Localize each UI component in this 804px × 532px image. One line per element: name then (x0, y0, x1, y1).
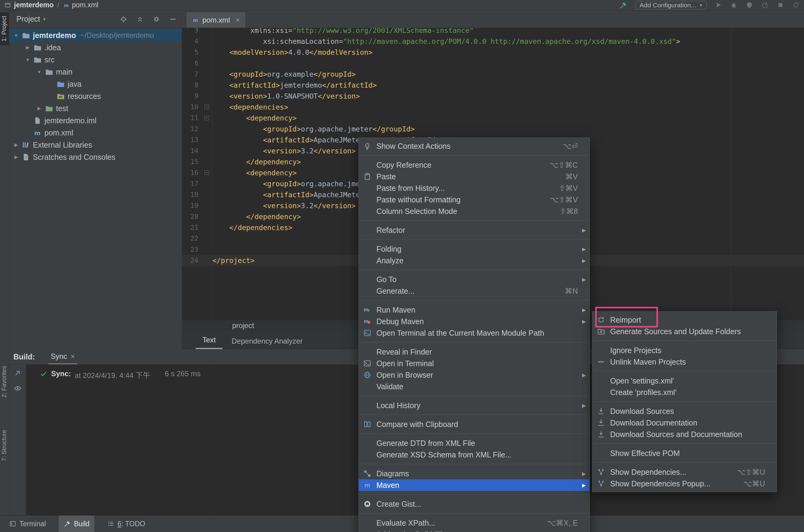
navigate-icon[interactable] (13, 369, 22, 377)
menu-item-reimport[interactable]: Reimport (593, 314, 777, 326)
menu-item-show-dependencies-popup[interactable]: Show Dependencies Popup...⌥⌘U (593, 478, 777, 489)
tree-item-test[interactable]: ▶test (9, 102, 182, 114)
menu-item-generate-sources-and-update-folders[interactable]: Generate Sources and Update Folders (593, 326, 777, 337)
build-status-duration: 6 s 265 ms (165, 369, 200, 378)
chevron-right-icon[interactable]: ▶ (12, 142, 21, 148)
menu-item-folding[interactable]: Folding▶ (359, 243, 590, 255)
menu-icon-placeholder (363, 401, 377, 410)
menu-item-refactor[interactable]: Refactor▶ (359, 224, 590, 236)
statusbar-item-todo[interactable]: 6: TODO (105, 516, 148, 532)
menu-item-open-terminal-at-the-current-maven-module-path[interactable]: Open Terminal at the Current Maven Modul… (359, 327, 590, 339)
chevron-right-icon[interactable]: ▶ (12, 154, 21, 160)
fold-marker-icon[interactable] (205, 170, 209, 175)
stripe-button-project[interactable]: 1: Project (0, 12, 9, 45)
tree-item-jemterdemo-iml[interactable]: jemterdemo.iml (9, 114, 182, 127)
project-tree[interactable]: ▼jemterdemo~/Desktop/jemterdemo▶.idea▼sr… (9, 28, 182, 163)
chevron-right-icon[interactable]: ▶ (35, 106, 44, 111)
menu-item-diagrams[interactable]: Diagrams▶ (359, 468, 590, 479)
chevron-down-icon: ▾ (700, 2, 702, 8)
menu-item-copy-reference[interactable]: Copy Reference⌥⇧⌘C (359, 159, 590, 171)
submenu-arrow-icon: ▶ (578, 227, 586, 233)
project-panel-title[interactable]: Project (16, 15, 40, 23)
menu-item-paste-without-formatting[interactable]: Paste without Formatting⌥⇧⌘V (359, 194, 590, 205)
submenu-arrow-icon: ▶ (578, 403, 586, 408)
menu-item-debug-maven[interactable]: mDebug Maven▶ (359, 316, 590, 327)
coverage-icon[interactable] (746, 1, 753, 9)
menu-item-show-context-actions[interactable]: Show Context Actions⌥⏎ (359, 140, 590, 152)
tree-item-pom-xml[interactable]: mpom.xml (9, 127, 182, 139)
menu-item-download-documentation[interactable]: Download Documentation (593, 417, 777, 429)
gear-icon[interactable] (152, 15, 160, 23)
menu-item-go-to[interactable]: Go To▶ (359, 273, 590, 285)
tab-sync[interactable]: Sync × (49, 349, 77, 364)
menu-item-generate[interactable]: Generate...⌘N (359, 285, 590, 297)
menu-item-generate-xsd-schema-from-xml-file[interactable]: Generate XSD Schema from XML File... (359, 449, 590, 460)
tree-item-main[interactable]: ▼main (9, 66, 182, 78)
chevron-down-icon[interactable]: ▾ (43, 16, 46, 22)
menu-item-show-dependencies[interactable]: Show Dependencies...⌥⇧⌘U (593, 466, 777, 478)
eye-icon[interactable] (13, 384, 22, 393)
fold-marker-icon[interactable] (205, 105, 209, 109)
menu-item-column-selection-mode[interactable]: Column Selection Mode⇧⌘8 (359, 205, 590, 217)
code-line: 5 <modelVersion>4.0.0</modelVersion> (182, 47, 804, 58)
menu-item-create-profiles-xml[interactable]: Create 'profiles.xml' (593, 386, 777, 398)
menu-item-shortcut: ⌘V (565, 172, 578, 181)
menu-item-paste[interactable]: Paste⌘V (359, 171, 590, 182)
tree-item-external-libraries[interactable]: ▶External Libraries (9, 139, 182, 151)
breadcrumb-item-project[interactable]: project (232, 321, 254, 330)
menu-item-local-history[interactable]: Local History▶ (359, 400, 590, 411)
menu-item-open-settings-xml[interactable]: Open 'settings.xml' (593, 375, 777, 386)
debug-icon[interactable] (730, 1, 738, 9)
add-configuration-button[interactable]: Add Configuration... ▾ (635, 1, 707, 10)
fold-marker-icon[interactable] (205, 116, 209, 120)
menu-item-evaluate-xpath[interactable]: Evaluate XPath...⌥⌘X, E (359, 517, 590, 529)
collapse-all-icon[interactable] (136, 15, 144, 23)
tree-item-scratches-and-consoles[interactable]: ▶Scratches and Consoles (9, 151, 182, 163)
stop-icon[interactable] (777, 1, 784, 9)
menu-item-create-gist[interactable]: Create Gist... (359, 498, 590, 510)
menu-item-open-in-terminal[interactable]: Open in Terminal (359, 358, 590, 369)
statusbar-item-build[interactable]: Build (59, 516, 94, 532)
menu-item-open-in-browser[interactable]: Open in Browser▶ (359, 369, 590, 381)
run-icon[interactable] (714, 1, 722, 9)
folder-test-icon (44, 104, 54, 113)
restart-icon[interactable] (792, 1, 800, 9)
menu-item-ignore-projects[interactable]: Ignore Projects (593, 344, 777, 356)
chevron-down-icon[interactable]: ▼ (23, 57, 32, 62)
statusbar-item-terminal[interactable]: Terminal (7, 516, 49, 532)
editor-tab-pom-xml[interactable]: m pom.xml × (187, 12, 245, 28)
menu-item-show-effective-pom[interactable]: Show Effective POM (593, 448, 777, 459)
tree-item-java[interactable]: java (9, 78, 182, 90)
hammer-icon[interactable] (619, 1, 627, 9)
hide-icon[interactable] (169, 15, 177, 23)
menu-item-download-sources[interactable]: Download Sources (593, 405, 777, 417)
locate-icon[interactable] (120, 15, 128, 23)
menu-item-download-sources-and-documentation[interactable]: Download Sources and Documentation (593, 429, 777, 440)
chevron-down-icon[interactable]: ▼ (35, 70, 44, 75)
menu-item-run-maven[interactable]: mRun Maven▶ (359, 304, 590, 316)
close-icon[interactable]: × (71, 352, 75, 361)
menu-item-compare-with-clipboard[interactable]: Compare with Clipboard (359, 418, 590, 430)
menu-item-paste-from-history[interactable]: Paste from History...⇧⌘V (359, 182, 590, 194)
tree-item-idea[interactable]: ▶.idea (9, 41, 182, 54)
close-icon[interactable]: × (235, 16, 240, 24)
menu-item-reveal-in-finder[interactable]: Reveal in Finder (359, 346, 590, 358)
menu-item-generate-dtd-from-xml-file[interactable]: Generate DTD from XML File (359, 437, 590, 449)
menu-item-label: Generate... (377, 287, 556, 296)
tree-item-jemterdemo[interactable]: ▼jemterdemo~/Desktop/jemterdemo (9, 29, 182, 41)
stripe-button-favorites[interactable]: 2: Favorites (0, 362, 9, 401)
tree-item-resources[interactable]: resources (9, 90, 182, 102)
menu-item-unlink-maven-projects[interactable]: Unlink Maven Projects (593, 356, 777, 368)
chevron-right-icon[interactable]: ▶ (23, 45, 32, 50)
menu-item-add-as-ant-build-file[interactable]: Add as Ant Build File (359, 529, 590, 532)
menu-item-maven[interactable]: mMaven▶ (359, 479, 590, 491)
menu-item-validate[interactable]: Validate (359, 381, 590, 392)
stripe-button-structure[interactable]: 7: Structure (0, 426, 9, 465)
build-panel-divider[interactable] (209, 365, 210, 515)
profile-icon[interactable] (761, 1, 769, 9)
chevron-down-icon[interactable]: ▼ (12, 33, 21, 38)
tab-dependency-analyzer[interactable]: Dependency Analyzer (225, 333, 309, 349)
tree-item-src[interactable]: ▼src (9, 54, 182, 66)
tab-text[interactable]: Text (196, 332, 223, 349)
menu-item-analyze[interactable]: Analyze▶ (359, 255, 590, 266)
